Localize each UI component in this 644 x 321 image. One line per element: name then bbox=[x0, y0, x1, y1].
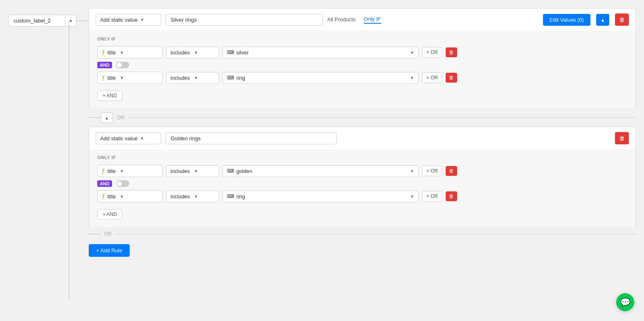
rule1-static-value-dropdown[interactable]: Add static value ▼ bbox=[96, 14, 161, 26]
rule1-cond1-field-chevron: ▼ bbox=[120, 50, 124, 55]
rule1-cond1-value-dropdown[interactable]: ⌨ silver ▼ bbox=[222, 47, 419, 58]
rule2-cond2-operator-dropdown[interactable]: includes ▼ bbox=[166, 191, 219, 202]
rule2-cond1-value-dropdown[interactable]: ⌨ golden ▼ bbox=[222, 165, 419, 177]
add-rule-button[interactable]: + Add Rule bbox=[89, 244, 130, 257]
rule2-delete-button[interactable]: 🗑 bbox=[615, 132, 629, 144]
or-label: OR bbox=[114, 115, 128, 121]
or-label-2: OR bbox=[101, 231, 115, 237]
rule2-cond1-trash-icon: 🗑 bbox=[449, 168, 454, 174]
rule2-cond1-value-label: golden bbox=[236, 168, 406, 174]
rule2-cond2-val-chevron: ▼ bbox=[410, 194, 414, 199]
rule2-static-value-dropdown[interactable]: Add static value ▼ bbox=[96, 132, 161, 144]
rule2-cond2-value-dropdown[interactable]: ⌨ ring ▼ bbox=[222, 191, 419, 202]
rule2-condition1: ƒ title ▼ includes ▼ ⌨ golden ▼ + OR bbox=[97, 165, 627, 177]
move-up-button[interactable]: ▲ bbox=[596, 14, 609, 26]
rule2-cond2-op-chevron: ▼ bbox=[194, 194, 198, 199]
h-connector-or-2 bbox=[89, 234, 101, 234]
rule2-and-switch[interactable] bbox=[116, 180, 129, 187]
label-dropdown-chevron: ▼ bbox=[69, 19, 73, 23]
rule2-cond2-value-label: ring bbox=[236, 193, 406, 200]
rule2-cond2-value-icon: ⌨ bbox=[227, 193, 234, 199]
up-arrow-icon: ▲ bbox=[600, 17, 605, 23]
rule1-cond1-field-icon: ƒ bbox=[102, 49, 105, 56]
or-up-chevron-icon: ▲ bbox=[105, 116, 109, 120]
or-line bbox=[128, 117, 636, 118]
rule2-header: Add static value ▼ 🗑 bbox=[89, 127, 636, 149]
label-dropdown-btn[interactable]: ▼ bbox=[65, 15, 76, 27]
rule2-add-and-button[interactable]: + AND bbox=[97, 209, 122, 220]
rule1-header: Add static value ▼ All Products Only IF … bbox=[89, 8, 636, 31]
rule2-cond1-field-label: title bbox=[108, 168, 116, 174]
rule1-add-and-button[interactable]: + AND bbox=[97, 90, 122, 101]
rule1-cond2-or-button[interactable]: + OR bbox=[422, 72, 442, 83]
rule1-and-badge: AND bbox=[97, 62, 112, 68]
rule2-cond2-or-button[interactable]: + OR bbox=[422, 191, 442, 202]
rule1-cond2-field-icon: ƒ bbox=[102, 74, 105, 81]
rule2-cond2-field-label: title bbox=[108, 193, 116, 200]
tab-only-if[interactable]: Only IF bbox=[364, 16, 381, 24]
rule2-cond2-field-icon: ƒ bbox=[102, 193, 105, 200]
rule2-cond2-trash-icon: 🗑 bbox=[449, 193, 454, 199]
edit-values-button[interactable]: Edit Values (0) bbox=[543, 14, 590, 26]
rule1-cond1-or-button[interactable]: + OR bbox=[422, 47, 442, 58]
label-column: custom_label_2 ▼ bbox=[8, 8, 89, 27]
rule1-cond2-field-label: title bbox=[108, 75, 116, 81]
rule2-cond1-field-icon: ƒ bbox=[102, 168, 105, 174]
rule2-and-badge: AND bbox=[97, 180, 112, 187]
rule1-condition2: ƒ title ▼ includes ▼ ⌨ ring ▼ + OR bbox=[97, 72, 627, 84]
or-line-2 bbox=[115, 234, 636, 234]
rule1-cond2-delete-button[interactable]: 🗑 bbox=[446, 73, 457, 83]
rule1-cond1-operator-label: includes bbox=[171, 49, 190, 56]
rule1-cond1-delete-button[interactable]: 🗑 bbox=[446, 47, 457, 57]
rule1-cond1-operator-dropdown[interactable]: includes ▼ bbox=[166, 47, 219, 58]
rule1-and-toggle: AND bbox=[97, 62, 627, 68]
rule2-cond1-delete-button[interactable]: 🗑 bbox=[446, 166, 457, 176]
rule1-cond1-value-label: silver bbox=[236, 49, 406, 56]
rule2-cond2-field-chevron: ▼ bbox=[120, 194, 124, 199]
rule1-cond1-op-chevron: ▼ bbox=[194, 50, 198, 55]
rule2-only-if-label: ONLY IF bbox=[97, 155, 627, 160]
rule1-condition1: ƒ title ▼ includes ▼ ⌨ silver ▼ + OR bbox=[97, 46, 627, 58]
top-area: custom_label_2 ▼ Add static value ▼ bbox=[8, 8, 636, 260]
rule2-cond2-delete-button[interactable]: 🗑 bbox=[446, 191, 457, 201]
rule1-cond2-operator-label: includes bbox=[171, 75, 190, 81]
rule2-cond2-field-dropdown[interactable]: ƒ title ▼ bbox=[97, 190, 163, 202]
rule1-cond2-value-icon: ⌨ bbox=[227, 75, 234, 81]
rule1-cond2-value-label: ring bbox=[236, 75, 406, 81]
rule2-cond1-or-button[interactable]: + OR bbox=[422, 166, 442, 176]
v-connector bbox=[69, 21, 69, 299]
tab-all-products[interactable]: All Products bbox=[327, 16, 355, 23]
rule2-condition2: ƒ title ▼ includes ▼ ⌨ ring ▼ + OR bbox=[97, 190, 627, 202]
h-connector-1 bbox=[76, 20, 89, 21]
rule1-cond2-val-chevron: ▼ bbox=[410, 76, 414, 80]
rule1-value-input[interactable] bbox=[165, 14, 323, 26]
rule2-cond1-operator-dropdown[interactable]: includes ▼ bbox=[166, 165, 219, 177]
or-connector-row: ▲ OR bbox=[89, 110, 636, 125]
rule1-cond1-field-dropdown[interactable]: ƒ title ▼ bbox=[97, 46, 163, 58]
rule1-cond1-field-label: title bbox=[108, 49, 116, 56]
or-collapse-button[interactable]: ▲ bbox=[101, 112, 112, 123]
rule1-cond2-op-chevron: ▼ bbox=[194, 76, 198, 80]
rule1-and-switch[interactable] bbox=[116, 62, 129, 68]
rule2-cond1-field-dropdown[interactable]: ƒ title ▼ bbox=[97, 165, 163, 177]
rule2-cond1-value-icon: ⌨ bbox=[227, 168, 234, 174]
rule2-cond1-val-chevron: ▼ bbox=[410, 169, 414, 173]
rule2-body: ONLY IF ƒ title ▼ includes ▼ ⌨ golden bbox=[89, 149, 636, 227]
chat-bubble[interactable]: 💬 bbox=[616, 293, 634, 311]
rule1-trash-icon: 🗑 bbox=[619, 16, 625, 23]
rule1-body: ONLY IF ƒ title ▼ includes ▼ ⌨ silver bbox=[89, 31, 636, 108]
chat-bubble-icon: 💬 bbox=[620, 297, 631, 307]
rule1-static-value-chevron: ▼ bbox=[140, 18, 144, 22]
rule2-cond2-operator-label: includes bbox=[171, 193, 190, 200]
rules-column: Add static value ▼ All Products Only IF … bbox=[89, 8, 636, 260]
rule2-static-value-label: Add static value bbox=[100, 135, 138, 141]
rule1-cond1-val-chevron: ▼ bbox=[410, 50, 414, 55]
rule1-delete-button[interactable]: 🗑 bbox=[615, 13, 629, 26]
rule1-cond2-operator-dropdown[interactable]: includes ▼ bbox=[166, 72, 219, 84]
rule1-cond2-value-dropdown[interactable]: ⌨ ring ▼ bbox=[222, 72, 419, 84]
rule1-cond2-field-dropdown[interactable]: ƒ title ▼ bbox=[97, 72, 163, 84]
rule1-cond2-field-chevron: ▼ bbox=[120, 76, 124, 80]
rule2-and-toggle: AND bbox=[97, 180, 627, 187]
rule2-value-input[interactable] bbox=[165, 132, 337, 144]
rule1-cond1-trash-icon: 🗑 bbox=[449, 49, 454, 55]
